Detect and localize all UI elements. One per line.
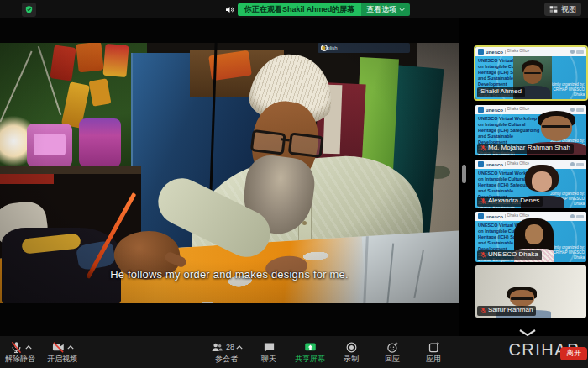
- video-player-bar: English: [318, 43, 410, 53]
- apps-label: 应用: [426, 355, 441, 363]
- slide-office: Dhaka Office: [505, 50, 529, 54]
- scene-shelf-edge: [0, 174, 54, 184]
- participant-tile-saifur-rahman[interactable]: Saifur Rahman: [475, 265, 586, 318]
- participant-name: Alexandra Denes: [488, 197, 539, 205]
- view-options-button[interactable]: 查看选项: [361, 3, 410, 16]
- apps-button[interactable]: 应用: [418, 341, 449, 363]
- slide-partner-logos: [570, 214, 584, 218]
- zoom-meeting-window: 你正在观看Shakil Ahmed的屏幕 查看选项 视图: [0, 0, 588, 368]
- unesco-logo-icon: [478, 213, 484, 219]
- meeting-topbar: 你正在观看Shakil Ahmed的屏幕 查看选项 视图: [0, 0, 588, 18]
- player-control-icon: [321, 45, 328, 51]
- muted-mic-icon: [480, 197, 486, 205]
- start-video-button[interactable]: 开启视频: [47, 341, 77, 363]
- slide-office: Dhaka Office: [505, 108, 529, 112]
- avatar-face: [541, 116, 572, 141]
- unesco-logo-icon: [478, 49, 484, 55]
- screen-watching-banner: 你正在观看Shakil Ahmed的屏幕 查看选项: [225, 3, 410, 16]
- participant-name: Md. Mojahar Rahman Shah: [488, 145, 570, 152]
- share-screen-button[interactable]: 共享屏幕: [295, 341, 325, 363]
- slide-org: unesco: [486, 214, 503, 219]
- unesco-logo-icon: [478, 107, 484, 113]
- participant-name: Shakil Ahmed: [480, 88, 522, 96]
- scene-snack-packet: [76, 43, 103, 72]
- slide-org: unesco: [486, 108, 503, 113]
- participant-tile-shakil-ahmed[interactable]: unesco Dhaka Office UNESCO Virtual Works…: [475, 47, 586, 99]
- participant-name: Saifur Rahman: [488, 307, 533, 314]
- participants-label: 参会者: [215, 355, 238, 363]
- reactions-label: 回应: [385, 355, 400, 363]
- slide-partner-logos: [570, 162, 584, 166]
- avatar-face: [532, 171, 552, 192]
- participant-name-label: Shakil Ahmed: [477, 87, 525, 97]
- reactions-icon: [386, 341, 400, 354]
- glasses-lens: [250, 129, 286, 155]
- audio-options-caret[interactable]: [25, 345, 32, 350]
- view-options-label: 查看选项: [366, 4, 396, 15]
- chat-label: 聊天: [261, 355, 276, 363]
- reactions-button[interactable]: 回应: [377, 341, 407, 363]
- participant-name-label: Saifur Rahman: [477, 306, 536, 316]
- participant-name-label: Md. Mojahar Rahman Shah: [477, 144, 574, 154]
- slide-partner-logos: [570, 50, 584, 54]
- glasses-lens: [288, 132, 324, 158]
- video-options-caret[interactable]: [67, 345, 74, 350]
- grid-layout-icon: [549, 5, 558, 13]
- share-screen-label: 共享屏幕: [295, 355, 325, 363]
- unesco-logo-icon: [478, 161, 484, 167]
- start-video-label: 开启视频: [47, 355, 77, 363]
- camera-off-icon: [51, 341, 66, 354]
- participant-name: UNESCO Dhaka: [488, 251, 538, 259]
- watching-banner-text: 你正在观看Shakil Ahmed的屏幕: [238, 3, 361, 16]
- record-label: 录制: [344, 355, 359, 363]
- muted-mic-icon: [480, 251, 486, 259]
- muted-mic-icon: [9, 341, 24, 354]
- apps-icon: [427, 341, 441, 354]
- kurta-button: [302, 221, 307, 225]
- shared-video-scene: English: [0, 43, 459, 303]
- participant-name-label: Alexandra Denes: [477, 197, 543, 207]
- sidebar-resize-handle[interactable]: [462, 165, 466, 183]
- muted-mic-icon: [480, 307, 486, 314]
- speaker-icon: [225, 5, 234, 14]
- record-icon: [344, 341, 359, 354]
- chat-button[interactable]: 聊天: [254, 341, 284, 363]
- view-button-label: 视图: [561, 4, 576, 15]
- avatar-face: [523, 65, 542, 83]
- avatar-face: [525, 224, 544, 244]
- chat-icon: [262, 341, 276, 354]
- unmute-button[interactable]: 解除静音: [5, 341, 35, 363]
- share-screen-icon: [303, 341, 318, 354]
- meeting-toolbar: 解除静音 开启视频 28 参会者 聊天: [0, 336, 588, 368]
- record-button[interactable]: 录制: [336, 341, 366, 363]
- scene-shelf: [0, 166, 141, 174]
- unmute-label: 解除静音: [5, 355, 35, 363]
- toolbar-center-group: 28 参会者 聊天 共享屏幕 录制 回应: [210, 336, 449, 368]
- participants-caret[interactable]: [236, 345, 243, 350]
- participants-icon: [210, 341, 224, 354]
- participants-button[interactable]: 28 参会者: [210, 341, 243, 363]
- shield-check-icon: [24, 5, 34, 14]
- avatar-glasses: [511, 297, 533, 300]
- slide-header: unesco Dhaka Office: [475, 47, 586, 56]
- slide-org: unesco: [486, 162, 503, 167]
- chevron-down-icon: [399, 8, 405, 12]
- shared-screen-video: English He follows my order and makes de…: [0, 18, 459, 336]
- scene-snack-packet: [102, 44, 129, 77]
- scene-purple-jar: [79, 118, 121, 167]
- scene-snack-packet: [50, 45, 76, 81]
- slide-org: unesco: [486, 50, 503, 55]
- muted-mic-icon: [480, 145, 486, 152]
- participants-count: 28: [226, 344, 234, 351]
- scene-jar-label: [34, 134, 66, 155]
- participant-name-label: UNESCO Dhaka: [477, 250, 542, 260]
- view-layout-button[interactable]: 视图: [544, 3, 581, 16]
- participant-tile-alexandra-denes[interactable]: unesco Dhaka Office UNESCO Virtual Works…: [475, 160, 586, 208]
- video-subtitle: He follows my order and makes designs fo…: [0, 268, 459, 281]
- toolbar-left-group: 解除静音 开启视频: [5, 336, 77, 368]
- participant-tile-unesco-dhaka[interactable]: unesco Dhaka Office UNESCO Virtual Works…: [475, 212, 586, 262]
- leave-meeting-button[interactable]: 离开: [560, 347, 587, 360]
- security-shield-button[interactable]: [22, 3, 36, 17]
- participant-tile-mojahar-rahman-shah[interactable]: unesco Dhaka Office UNESCO Virtual Works…: [475, 105, 586, 155]
